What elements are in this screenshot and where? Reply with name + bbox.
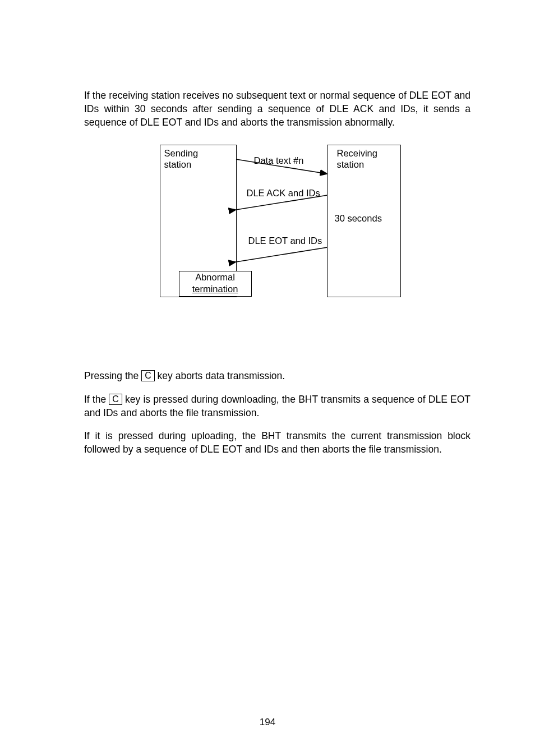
paragraph-pressing-c: Pressing the C key aborts data transmiss… xyxy=(84,369,471,382)
text-fragment: Pressing the xyxy=(84,370,141,381)
msg-data-text: Data text #n xyxy=(254,155,304,166)
timeout-label: 30 seconds xyxy=(335,213,402,224)
page-content: If the receiving station receives no sub… xyxy=(0,0,535,457)
page-number: 194 xyxy=(0,717,535,728)
abnormal-line1: Abnormal xyxy=(195,272,235,282)
msg-dle-eot: DLE EOT and IDs xyxy=(248,236,322,246)
keycap-c-icon: C xyxy=(109,394,122,405)
svg-line-4 xyxy=(236,247,328,262)
paragraph-uploading: If it is pressed during uploading, the B… xyxy=(84,429,471,456)
keycap-c-icon: C xyxy=(141,370,155,381)
sequence-diagram: Sending station Receiving station Data t… xyxy=(154,145,401,313)
receiving-station-label: Receiving station xyxy=(337,148,393,170)
sending-station-label: Sending station xyxy=(164,148,199,170)
text-fragment: key is pressed during downloading, the B… xyxy=(84,394,471,418)
paragraph-intro: If the receiving station receives no sub… xyxy=(84,89,471,129)
text-fragment: key aborts data transmission. xyxy=(155,370,285,381)
text-fragment: If the xyxy=(84,394,109,405)
paragraph-downloading: If the C key is pressed during downloadi… xyxy=(84,393,471,420)
abnormal-line2: termination xyxy=(192,284,238,294)
abnormal-termination-box: Abnormal termination xyxy=(179,271,252,297)
msg-dle-ack: DLE ACK and IDs xyxy=(247,188,320,199)
